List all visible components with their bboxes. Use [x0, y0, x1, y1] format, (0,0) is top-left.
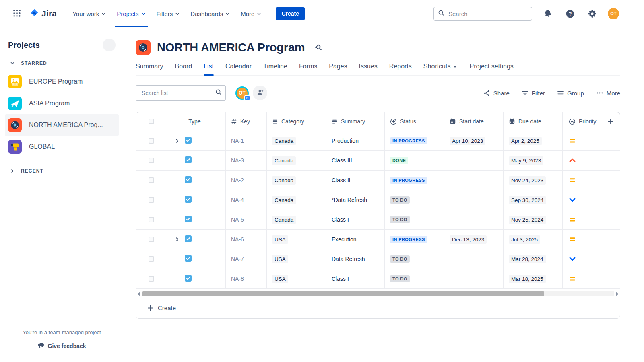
- start-date-cell[interactable]: [444, 190, 504, 210]
- column-header-priority[interactable]: Priority: [563, 112, 619, 131]
- table-row-na-7[interactable]: NA-7 USA Data Refresh TO DO Mar 28, 2024: [136, 249, 620, 269]
- category-cell[interactable]: Canada: [267, 151, 326, 170]
- start-date-cell[interactable]: [444, 171, 504, 190]
- user-avatar[interactable]: OT: [608, 8, 619, 19]
- table-row-na-3[interactable]: NA-3 Canada Class III DONE May 9, 2023: [136, 151, 620, 171]
- priority-cell[interactable]: [563, 269, 619, 288]
- tab-reports[interactable]: Reports: [389, 60, 412, 75]
- status-cell[interactable]: IN PROGRESS: [385, 171, 444, 190]
- status-cell[interactable]: TO DO: [385, 269, 444, 288]
- start-date-cell[interactable]: [444, 151, 504, 170]
- summary-cell[interactable]: Class I: [326, 269, 385, 288]
- start-date-cell[interactable]: [444, 210, 504, 229]
- table-row-na-1[interactable]: NA-1 Canada Production IN PROGRESS Apr 1…: [136, 131, 620, 151]
- priority-cell[interactable]: [563, 171, 619, 190]
- row-checkbox[interactable]: [149, 197, 154, 203]
- row-checkbox[interactable]: [149, 138, 154, 144]
- expand-chevron-icon[interactable]: [174, 237, 180, 242]
- add-project-button[interactable]: [103, 39, 116, 51]
- tab-forms[interactable]: Forms: [299, 60, 317, 75]
- table-row-na-6[interactable]: NA-6 USA Execution IN PROGRESS Dec 13, 2…: [136, 230, 620, 249]
- category-cell[interactable]: Canada: [267, 131, 326, 150]
- global-search-input[interactable]: [448, 10, 528, 18]
- scroll-right-arrow[interactable]: [616, 292, 619, 296]
- tab-timeline[interactable]: Timeline: [263, 60, 287, 75]
- start-date-cell[interactable]: Apr 10, 2023: [444, 131, 504, 150]
- global-search[interactable]: [433, 7, 532, 21]
- tab-list[interactable]: List: [204, 60, 214, 75]
- add-people-button[interactable]: [253, 86, 267, 100]
- scrollbar-track[interactable]: [142, 291, 614, 296]
- column-header-due[interactable]: Due date: [504, 112, 563, 131]
- due-date-cell[interactable]: Mar 28, 2024: [504, 249, 563, 269]
- column-header-start[interactable]: Start date: [444, 112, 504, 131]
- type-cell[interactable]: [167, 131, 226, 150]
- give-feedback-button[interactable]: Give feedback: [38, 342, 86, 350]
- summary-cell[interactable]: Class III: [326, 151, 385, 170]
- nav-filters[interactable]: Filters: [151, 0, 186, 27]
- starred-section-toggle[interactable]: STARRED: [0, 57, 124, 69]
- key-cell[interactable]: NA-8: [226, 269, 267, 288]
- add-column-icon[interactable]: [607, 118, 616, 125]
- tab-pages[interactable]: Pages: [329, 60, 347, 75]
- nav-projects[interactable]: Projects: [111, 0, 151, 27]
- sidebar-item-north-america-prog[interactable]: NORTH AMERICA Prog...: [5, 114, 119, 136]
- row-checkbox[interactable]: [149, 158, 154, 163]
- tab-project-settings[interactable]: Project settings: [469, 60, 513, 75]
- due-date-cell[interactable]: Sep 30, 2024: [504, 190, 563, 210]
- paint-bucket-icon[interactable]: [315, 44, 322, 51]
- due-date-cell[interactable]: Apr 2, 2025: [504, 131, 563, 150]
- category-cell[interactable]: USA: [267, 230, 326, 249]
- due-date-cell[interactable]: Jul 3, 2025: [504, 230, 563, 249]
- table-row-na-4[interactable]: NA-4 Canada *Data Refresh TO DO Sep 30, …: [136, 190, 620, 210]
- priority-cell[interactable]: [563, 190, 619, 210]
- tab-issues[interactable]: Issues: [359, 60, 378, 75]
- type-cell[interactable]: [167, 210, 226, 229]
- priority-cell[interactable]: [563, 131, 619, 150]
- status-cell[interactable]: TO DO: [385, 249, 444, 269]
- share-button[interactable]: Share: [483, 90, 510, 97]
- status-cell[interactable]: IN PROGRESS: [385, 131, 444, 150]
- column-header-status[interactable]: Status: [385, 112, 444, 131]
- table-row-na-5[interactable]: NA-5 Canada Class I TO DO Nov 25, 2024: [136, 210, 620, 230]
- more-button[interactable]: More: [596, 89, 620, 97]
- summary-cell[interactable]: Production: [326, 131, 385, 150]
- sidebar-item-global[interactable]: GLOBAL: [5, 136, 119, 158]
- recent-section-toggle[interactable]: RECENT: [0, 165, 124, 177]
- key-cell[interactable]: NA-1: [226, 131, 267, 150]
- start-date-cell[interactable]: [444, 269, 504, 288]
- status-cell[interactable]: DONE: [385, 151, 444, 170]
- expand-chevron-icon[interactable]: [174, 138, 180, 144]
- start-date-cell[interactable]: Dec 13, 2023: [444, 230, 504, 249]
- nav-dashboards[interactable]: Dashboards: [185, 0, 235, 27]
- column-header-category[interactable]: Category: [267, 112, 326, 131]
- list-search[interactable]: [136, 85, 226, 101]
- row-checkbox[interactable]: [149, 276, 154, 282]
- help-button[interactable]: ?: [564, 7, 576, 20]
- key-cell[interactable]: NA-7: [226, 249, 267, 269]
- table-row-na-2[interactable]: NA-2 Canada Class II IN PROGRESS Nov 24,…: [136, 171, 620, 190]
- group-button[interactable]: Group: [557, 90, 584, 97]
- summary-cell[interactable]: *Data Refresh: [326, 190, 385, 210]
- status-cell[interactable]: TO DO: [385, 190, 444, 210]
- row-checkbox[interactable]: [149, 256, 154, 262]
- summary-cell[interactable]: Class II: [326, 171, 385, 190]
- category-cell[interactable]: Canada: [267, 210, 326, 229]
- status-cell[interactable]: TO DO: [385, 210, 444, 229]
- assignee-avatar[interactable]: OT o: [235, 86, 249, 100]
- priority-cell[interactable]: [563, 249, 619, 269]
- settings-icon[interactable]: [586, 7, 599, 20]
- sidebar-item-europe-program[interactable]: EUROPE Program: [5, 71, 119, 93]
- summary-cell[interactable]: Data Refresh: [326, 249, 385, 269]
- filter-button[interactable]: Filter: [522, 90, 545, 97]
- type-cell[interactable]: [167, 249, 226, 269]
- sidebar-item-asia-program[interactable]: ASIA Program: [5, 93, 119, 114]
- list-create-button[interactable]: Create: [136, 298, 620, 318]
- tab-summary[interactable]: Summary: [136, 60, 163, 75]
- type-cell[interactable]: [167, 151, 226, 170]
- scroll-left-arrow[interactable]: [137, 292, 140, 296]
- type-cell[interactable]: [167, 230, 226, 249]
- category-cell[interactable]: Canada: [267, 190, 326, 210]
- key-cell[interactable]: NA-4: [226, 190, 267, 210]
- key-cell[interactable]: NA-3: [226, 151, 267, 170]
